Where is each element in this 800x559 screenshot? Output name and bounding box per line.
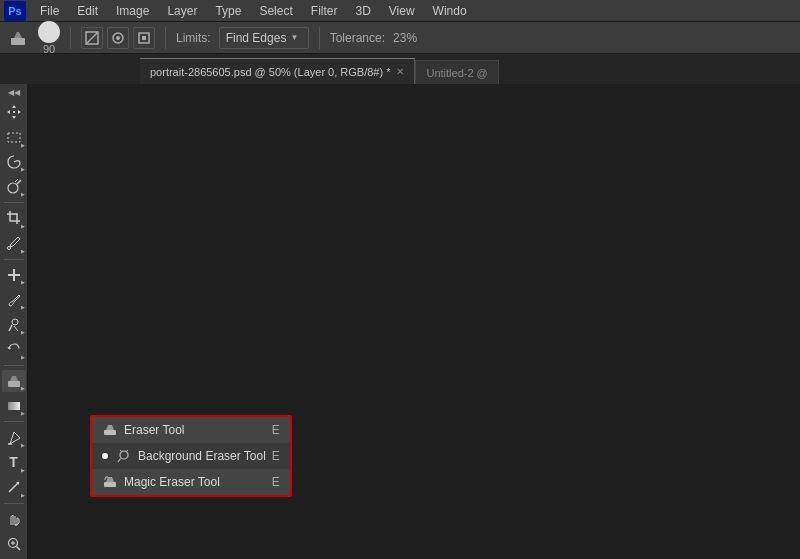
- tool-move[interactable]: [2, 101, 26, 124]
- active-indicator: [102, 453, 108, 459]
- svg-rect-30: [104, 482, 116, 487]
- tab-portrait-close[interactable]: ✕: [396, 66, 404, 77]
- tool-healing[interactable]: ▶: [2, 264, 26, 287]
- tool-clone[interactable]: ▶: [2, 313, 26, 336]
- context-bgeraser-shortcut: E: [272, 449, 280, 463]
- svg-marker-25: [106, 425, 114, 430]
- tool-clone-arrow: ▶: [21, 329, 25, 335]
- tool-brush-arrow: ▶: [21, 304, 25, 310]
- tool-type-arrow: ▶: [21, 467, 25, 473]
- svg-point-13: [7, 247, 10, 250]
- tab-portrait-label: portrait-2865605.psd @ 50% (Layer 0, RGB…: [150, 66, 390, 78]
- context-menu-item-bg-eraser[interactable]: Background Eraser Tool E: [92, 443, 290, 469]
- tool-crop[interactable]: ▶: [2, 207, 26, 230]
- menu-select[interactable]: Select: [251, 2, 300, 20]
- tool-quickselect-arrow: ▶: [21, 191, 25, 197]
- svg-line-21: [16, 546, 20, 550]
- tool-hand[interactable]: [2, 507, 26, 530]
- svg-line-28: [120, 450, 122, 452]
- mode-btn-3[interactable]: [133, 27, 155, 49]
- tool-quickselect[interactable]: ▶: [2, 175, 26, 198]
- tool-gradient-arrow: ▶: [21, 410, 25, 416]
- svg-rect-9: [8, 133, 20, 142]
- svg-rect-17: [8, 402, 20, 410]
- mode-btn-2[interactable]: [107, 27, 129, 49]
- menu-view[interactable]: View: [381, 2, 423, 20]
- type-icon-label: T: [9, 454, 18, 470]
- tool-zoom[interactable]: [2, 532, 26, 555]
- svg-line-27: [118, 459, 121, 463]
- tool-type[interactable]: T ▶: [2, 451, 26, 474]
- svg-line-12: [15, 179, 18, 182]
- tab-untitled-label: Untitled-2 @: [426, 67, 487, 79]
- context-eraser-shortcut: E: [272, 423, 280, 437]
- context-magiceraser-label: Magic Eraser Tool: [124, 475, 220, 489]
- brush-circle[interactable]: [38, 21, 60, 43]
- brush-size-container[interactable]: 90: [38, 21, 60, 55]
- tool-eyedropper-arrow: ▶: [21, 248, 25, 254]
- svg-point-14: [12, 319, 18, 325]
- menu-file[interactable]: File: [32, 2, 67, 20]
- context-bgeraser-label: Background Eraser Tool: [138, 449, 266, 463]
- svg-line-29: [126, 450, 128, 452]
- tool-crop-arrow: ▶: [21, 223, 25, 229]
- svg-line-11: [17, 180, 21, 184]
- menu-filter[interactable]: Filter: [303, 2, 346, 20]
- toolbar-collapse-icon[interactable]: ◀◀: [8, 88, 20, 97]
- mode-btn-1[interactable]: [81, 27, 103, 49]
- options-bar: 90 Limits: Find Edges ▼: [0, 22, 800, 54]
- tool-gradient[interactable]: ▶: [2, 394, 26, 417]
- tolerance-value: 23%: [393, 31, 417, 45]
- tool-healing-arrow: ▶: [21, 279, 25, 285]
- tool-lasso[interactable]: ▶: [2, 151, 26, 174]
- context-menu-item-magic-eraser[interactable]: Magic Eraser Tool E: [92, 469, 290, 495]
- tool-path[interactable]: ▶: [2, 476, 26, 499]
- tool-marquee[interactable]: ▶: [2, 126, 26, 149]
- tab-bar: ◀◀ portrait-2865605.psd @ 50% (Layer 0, …: [0, 54, 800, 84]
- tool-history[interactable]: ▶: [2, 338, 26, 361]
- canvas-area: Eraser Tool E Background Eraser Tool E: [28, 84, 800, 559]
- svg-point-5: [116, 36, 120, 40]
- limits-dropdown[interactable]: Find Edges ▼: [219, 27, 309, 49]
- eraser-icon: [102, 422, 118, 438]
- svg-rect-0: [11, 38, 25, 45]
- tool-eyedropper[interactable]: ▶: [2, 232, 26, 255]
- menu-type[interactable]: Type: [207, 2, 249, 20]
- menu-image[interactable]: Image: [108, 2, 157, 20]
- sep4: [4, 421, 24, 422]
- tab-untitled[interactable]: Untitled-2 @: [415, 60, 498, 84]
- sep1: [4, 202, 24, 203]
- eraser-context-menu: Eraser Tool E Background Eraser Tool E: [90, 415, 292, 497]
- limits-label: Limits:: [176, 31, 211, 45]
- bg-eraser-icon: [116, 448, 132, 464]
- tool-pen-arrow: ▶: [21, 442, 25, 448]
- menu-bar: Ps File Edit Image Layer Type Select Fil…: [0, 0, 800, 22]
- menu-edit[interactable]: Edit: [69, 2, 106, 20]
- tool-eraser[interactable]: ▶: [2, 370, 26, 393]
- main-area: ◀◀ ▶ ▶: [0, 84, 800, 559]
- tool-history-arrow: ▶: [21, 354, 25, 360]
- svg-line-3: [86, 32, 98, 44]
- tool-lasso-arrow: ▶: [21, 166, 25, 172]
- tool-eraser-arrow: ▶: [21, 385, 25, 391]
- tool-brush[interactable]: ▶: [2, 288, 26, 311]
- context-menu-item-eraser[interactable]: Eraser Tool E: [92, 417, 290, 443]
- tolerance-label: Tolerance:: [330, 31, 385, 45]
- sep2: [4, 259, 24, 260]
- tool-pen[interactable]: ▶: [2, 426, 26, 449]
- menu-window[interactable]: Windo: [425, 2, 475, 20]
- svg-rect-24: [104, 430, 116, 435]
- sep3: [4, 365, 24, 366]
- menu-3d[interactable]: 3D: [347, 2, 378, 20]
- svg-rect-7: [142, 36, 146, 40]
- tab-portrait[interactable]: portrait-2865605.psd @ 50% (Layer 0, RGB…: [140, 58, 415, 84]
- mode-icons: [81, 27, 155, 49]
- svg-point-10: [8, 183, 18, 193]
- svg-marker-1: [14, 32, 22, 38]
- eraser-tool-icon: [6, 26, 30, 50]
- limits-value: Find Edges: [226, 31, 287, 45]
- svg-rect-15: [8, 381, 20, 387]
- context-eraser-label: Eraser Tool: [124, 423, 184, 437]
- tool-marquee-arrow: ▶: [21, 142, 25, 148]
- menu-layer[interactable]: Layer: [159, 2, 205, 20]
